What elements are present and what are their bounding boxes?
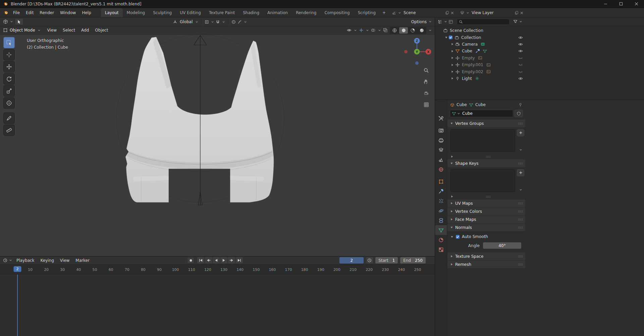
previous-keyframe-button[interactable]: [205, 257, 212, 263]
auto-smooth-checkbox[interactable]: [455, 235, 460, 239]
scale-tool-button[interactable]: [3, 85, 15, 97]
remove-view-layer-icon[interactable]: [520, 11, 524, 15]
options-button[interactable]: Options: [411, 19, 432, 24]
vertex-groups-list[interactable]: [450, 129, 515, 152]
chevron-down-icon[interactable]: [466, 11, 469, 14]
workspace-tab-texture-paint[interactable]: Texture Paint: [205, 8, 239, 17]
remesh-header[interactable]: Remesh: [447, 260, 525, 268]
chevron-down-icon[interactable]: [195, 20, 198, 23]
wrench-icon[interactable]: [475, 49, 480, 53]
disclosure-right-icon[interactable]: [450, 63, 454, 66]
visibility-eye-open-icon[interactable]: [518, 49, 523, 53]
properties-tab-material[interactable]: [435, 235, 447, 245]
properties-tab-render[interactable]: [435, 126, 447, 135]
disclosure-down-icon[interactable]: [444, 36, 448, 39]
datablock-name-value[interactable]: Cube: [462, 111, 473, 116]
disclosure-right-icon[interactable]: [450, 56, 454, 59]
auto-smooth-angle-field[interactable]: 40°: [483, 242, 521, 249]
chevron-down-icon[interactable]: [211, 20, 214, 23]
properties-tab-view-layer[interactable]: [435, 145, 447, 155]
mesh-data-icon[interactable]: [483, 49, 487, 53]
active-tool-button[interactable]: [15, 18, 23, 25]
gizmos-dropdown-icon[interactable]: [359, 28, 364, 33]
unlink-scene-icon[interactable]: [450, 11, 454, 15]
chevron-down-icon[interactable]: [366, 29, 369, 32]
snap-magnet-icon[interactable]: [216, 20, 220, 24]
subpanel-expanded-icon[interactable]: [450, 235, 453, 238]
subpanel-collapsed-icon[interactable]: [450, 155, 453, 158]
vertex-groups-header[interactable]: Vertex Groups: [447, 119, 525, 127]
auto-smooth-label[interactable]: Auto Smooth: [462, 234, 488, 239]
pan-button[interactable]: [422, 78, 430, 86]
transform-orientation-value[interactable]: Global: [180, 19, 193, 24]
image-icon[interactable]: [478, 56, 482, 60]
blender-menu-icon[interactable]: [3, 10, 8, 15]
display-mode-icon[interactable]: [448, 19, 453, 24]
workspace-tab-sculpting[interactable]: Sculpting: [149, 8, 176, 17]
object-icon[interactable]: [450, 103, 454, 107]
properties-tab-constraints[interactable]: [435, 215, 447, 225]
filter-icon[interactable]: [513, 19, 518, 24]
playhead-badge[interactable]: 2: [14, 266, 21, 272]
chevron-down-icon[interactable]: [429, 29, 432, 32]
properties-tab-texture[interactable]: [435, 245, 447, 254]
editor-type-icon[interactable]: [3, 19, 8, 24]
shading-material-button[interactable]: [408, 27, 417, 34]
outliner-row-camera[interactable]: Camera: [435, 41, 526, 48]
proportional-falloff-icon[interactable]: [237, 20, 242, 24]
shading-solid-button[interactable]: [399, 27, 408, 34]
workspace-tab-layout[interactable]: Layout: [101, 8, 123, 17]
properties-tab-object-data[interactable]: [435, 225, 447, 235]
move-tool-button[interactable]: [3, 61, 15, 73]
add-shape-key-button[interactable]: [517, 169, 524, 176]
scene-name[interactable]: Scene: [404, 10, 444, 15]
jump-to-end-button[interactable]: [236, 257, 243, 263]
shading-wireframe-button[interactable]: [390, 27, 399, 34]
light-data-icon[interactable]: [475, 76, 479, 81]
disclosure-right-icon[interactable]: [450, 77, 454, 80]
menu-edit[interactable]: Edit: [23, 9, 37, 16]
properties-tab-output[interactable]: [435, 135, 447, 145]
drag-grip-icon[interactable]: [486, 155, 491, 158]
play-button[interactable]: [220, 257, 227, 263]
normals-header[interactable]: Normals: [447, 224, 525, 231]
chevron-down-icon[interactable]: [398, 11, 401, 14]
disclosure-right-icon[interactable]: [450, 43, 454, 46]
workspace-tab-rendering[interactable]: Rendering: [292, 8, 320, 17]
properties-tab-tool[interactable]: [435, 113, 447, 123]
image-icon[interactable]: [486, 63, 491, 67]
properties-tab-object[interactable]: [435, 177, 447, 186]
xray-toggle-icon[interactable]: [383, 28, 388, 33]
new-view-layer-icon[interactable]: [515, 11, 519, 15]
measure-tool-button[interactable]: [3, 125, 15, 136]
vertex-group-specials-button[interactable]: [517, 146, 524, 153]
chevron-down-icon[interactable]: [354, 29, 357, 32]
viewport-menu-object[interactable]: Object: [92, 27, 111, 34]
outliner-row-empty-002[interactable]: Empty.002: [435, 68, 526, 75]
visibility-eye-closed-icon[interactable]: [518, 56, 523, 60]
shape-keys-list[interactable]: [450, 169, 515, 192]
add-workspace-button[interactable]: +: [380, 8, 388, 17]
navigation-gizmo[interactable]: Z X Y: [402, 38, 432, 67]
editor-type-timeline-icon[interactable]: [3, 258, 7, 262]
properties-tab-particles[interactable]: [435, 196, 447, 206]
rotate-tool-button[interactable]: [3, 73, 15, 85]
proportional-editing-icon[interactable]: [231, 20, 236, 24]
next-keyframe-button[interactable]: [228, 257, 235, 263]
vertex-colors-header[interactable]: Vertex Colors: [447, 207, 525, 215]
outliner-row-light[interactable]: Light: [435, 75, 526, 82]
viewport-menu-view[interactable]: View: [44, 27, 60, 34]
image-icon[interactable]: [486, 69, 491, 74]
outliner-item-label[interactable]: Scene Collection: [450, 28, 483, 33]
outliner-item-label[interactable]: Empty.001: [462, 62, 483, 67]
menu-help[interactable]: Help: [79, 9, 94, 16]
timeline-menu-marker[interactable]: Marker: [72, 257, 92, 264]
outliner-row-scene-collection[interactable]: Scene Collection: [435, 27, 526, 34]
play-reverse-button[interactable]: [213, 257, 220, 263]
close-button[interactable]: [629, 0, 644, 8]
visibility-eye-closed-icon[interactable]: [518, 69, 523, 74]
chevron-down-icon[interactable]: [457, 112, 460, 115]
outliner-item-label[interactable]: Empty.002: [462, 69, 483, 74]
start-frame-field[interactable]: Start 1: [375, 257, 398, 263]
viewport-menu-select[interactable]: Select: [60, 27, 78, 34]
